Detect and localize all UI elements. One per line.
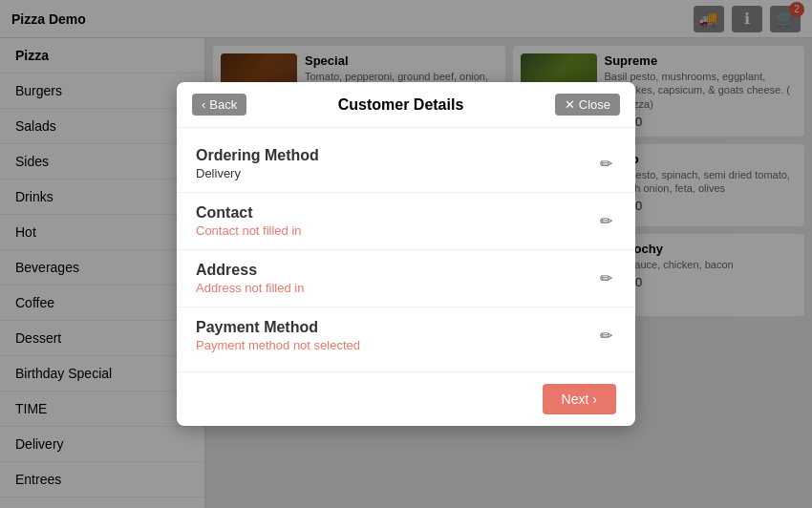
payment-method-label: Payment Method [196, 319, 596, 336]
ordering-method-value: Delivery [196, 166, 596, 180]
ordering-method-edit-button[interactable]: ✏ [596, 151, 616, 177]
address-error: Address not filled in [196, 281, 596, 295]
address-row: Address Address not filled in ✏ [177, 250, 635, 307]
payment-method-row: Payment Method Payment method not select… [177, 307, 635, 364]
contact-error: Contact not filled in [196, 223, 596, 238]
chevron-left-icon: ‹ [202, 97, 205, 112]
contact-label: Contact [196, 204, 596, 222]
close-label: Close [579, 97, 610, 112]
ordering-method-label: Ordering Method [196, 147, 596, 164]
contact-edit-button[interactable]: ✏ [596, 208, 616, 234]
close-button[interactable]: ✕ Close [555, 94, 620, 116]
back-button[interactable]: ‹ Back [192, 94, 246, 116]
customer-details-modal: ‹ Back Customer Details ✕ Close Ordering… [177, 82, 635, 426]
next-label: Next [562, 392, 589, 407]
payment-method-edit-button[interactable]: ✏ [596, 323, 616, 349]
close-icon: ✕ [565, 97, 575, 112]
contact-row: Contact Contact not filled in ✏ [177, 193, 635, 250]
modal-overlay: ‹ Back Customer Details ✕ Close Ordering… [0, 0, 812, 508]
modal-header: ‹ Back Customer Details ✕ Close [177, 82, 635, 128]
ordering-method-content: Ordering Method Delivery [196, 147, 596, 180]
modal-footer: Next › [177, 371, 635, 426]
ordering-method-row: Ordering Method Delivery ✏ [177, 136, 635, 193]
modal-title: Customer Details [246, 96, 555, 114]
payment-method-error: Payment method not selected [196, 338, 596, 352]
address-content: Address Address not filled in [196, 262, 596, 295]
payment-method-content: Payment Method Payment method not select… [196, 319, 596, 352]
back-label: Back [209, 97, 237, 112]
chevron-right-icon: › [592, 392, 597, 407]
address-label: Address [196, 262, 596, 279]
modal-body: Ordering Method Delivery ✏ Contact Conta… [177, 128, 635, 371]
next-button[interactable]: Next › [543, 384, 616, 414]
contact-content: Contact Contact not filled in [196, 204, 596, 238]
address-edit-button[interactable]: ✏ [596, 265, 616, 291]
